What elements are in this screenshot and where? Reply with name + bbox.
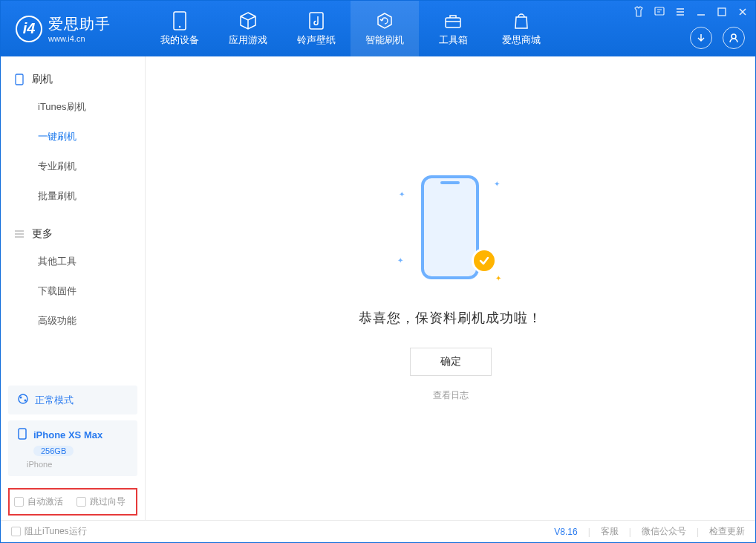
cube-icon [238,11,258,30]
nav-tab-label: 智能刷机 [365,33,404,47]
checkbox-label: 自动激活 [27,495,63,508]
section-title: 刷机 [32,73,53,86]
block-itunes-checkbox[interactable]: 阻止iTunes运行 [11,525,87,538]
phone-illustration [421,175,479,279]
sidebar: 刷机 iTunes刷机 一键刷机 专业刷机 批量刷机 更多 其他工具 下载固件 … [1,56,146,520]
sidebar-item-advanced[interactable]: 高级功能 [1,306,145,336]
music-icon [307,11,326,30]
svg-rect-11 [19,429,26,439]
device-cards: 正常模式 iPhone XS Max 256GB iPhone [1,378,145,484]
device-type: iPhone [27,460,128,469]
svg-point-1 [179,25,180,27]
section-title: 更多 [32,227,53,241]
svg-rect-5 [718,8,726,16]
maximize-button[interactable] [715,5,729,19]
checkbox-icon [14,497,24,507]
sparkle-icon: ✦ [399,190,405,198]
version-label: V8.16 [554,527,577,537]
view-log-link[interactable]: 查看日志 [433,389,469,402]
feedback-icon[interactable] [653,5,666,19]
svg-point-10 [25,400,27,402]
svg-rect-3 [446,18,460,27]
nav-tab-label: 应用游戏 [229,33,267,47]
nav-tab-store[interactable]: 爱思商城 [487,1,555,56]
user-button[interactable] [723,27,745,49]
nav-tab-ringtone[interactable]: 铃声壁纸 [282,1,351,56]
svg-point-6 [731,34,736,39]
app-window: i4 爱思助手 www.i4.cn 我的设备 应用游戏 铃声壁纸 智能刷机 [0,0,756,543]
sidebar-item-batch[interactable]: 批量刷机 [1,181,145,211]
nav-tab-device[interactable]: 我的设备 [146,1,214,56]
svg-point-8 [19,394,27,403]
svg-rect-7 [16,74,23,85]
wechat-link[interactable]: 微信公众号 [642,525,686,538]
main-panel: ✦ ✦ ✦ ✦ 恭喜您，保资料刷机成功啦！ 确定 查看日志 [146,56,755,520]
svg-point-9 [20,397,22,399]
shirt-icon[interactable] [632,5,645,19]
check-icon [472,248,497,273]
sidebar-section-more: 更多 [1,218,145,247]
sidebar-item-pro[interactable]: 专业刷机 [1,152,145,181]
sparkle-icon: ✦ [397,256,403,264]
storage-badge: 256GB [33,446,74,456]
ok-button[interactable]: 确定 [410,348,492,376]
device-card[interactable]: iPhone XS Max 256GB iPhone [8,420,137,476]
window-controls [632,5,749,19]
download-button[interactable] [690,27,712,49]
footer-right: V8.16 | 客服 | 微信公众号 | 检查更新 [554,525,745,538]
app-url: www.i4.cn [48,34,111,43]
checkbox-icon [11,527,21,536]
phone-icon [14,74,25,85]
sidebar-item-itunes[interactable]: iTunes刷机 [1,92,145,122]
app-name: 爱思助手 [48,14,111,34]
highlighted-options: 自动激活 跳过向导 [8,488,137,516]
phone-icon [17,428,27,442]
checkbox-label: 阻止iTunes运行 [25,525,87,538]
list-icon [14,229,25,239]
sidebar-item-onekey[interactable]: 一键刷机 [1,122,145,152]
success-illustration: ✦ ✦ ✦ ✦ [406,175,495,287]
statusbar: 阻止iTunes运行 V8.16 | 客服 | 微信公众号 | 检查更新 [1,520,755,542]
checkbox-icon [76,497,86,507]
minimize-button[interactable] [694,5,708,19]
support-link[interactable]: 客服 [601,525,619,538]
checkbox-label: 跳过向导 [90,495,126,508]
mode-card[interactable]: 正常模式 [8,386,137,414]
bag-icon [512,11,531,30]
mode-label: 正常模式 [35,394,74,407]
update-link[interactable]: 检查更新 [709,525,745,538]
sparkle-icon: ✦ [494,180,500,188]
close-button[interactable] [736,5,749,19]
logo[interactable]: i4 爱思助手 www.i4.cn [1,14,146,43]
device-icon [170,11,189,30]
nav-tab-label: 我的设备 [160,33,199,47]
success-message: 恭喜您，保资料刷机成功啦！ [359,309,542,327]
nav-tab-toolbox[interactable]: 工具箱 [419,1,487,56]
skip-wizard-checkbox[interactable]: 跳过向导 [76,495,126,508]
svg-rect-2 [310,13,323,29]
header-actions [690,27,745,49]
body: 刷机 iTunes刷机 一键刷机 专业刷机 批量刷机 更多 其他工具 下载固件 … [1,56,755,520]
titlebar: i4 爱思助手 www.i4.cn 我的设备 应用游戏 铃声壁纸 智能刷机 [1,1,755,56]
svg-rect-4 [655,7,664,15]
sparkle-icon: ✦ [495,274,501,282]
sidebar-item-firmware[interactable]: 下载固件 [1,276,145,306]
nav-tabs: 我的设备 应用游戏 铃声壁纸 智能刷机 工具箱 爱思商城 [146,1,555,56]
nav-tab-apps[interactable]: 应用游戏 [214,1,282,56]
mode-icon [17,393,29,407]
auto-activate-checkbox[interactable]: 自动激活 [14,495,63,508]
nav-tab-label: 工具箱 [439,33,468,47]
sidebar-item-othertools[interactable]: 其他工具 [1,247,145,276]
nav-tab-flash[interactable]: 智能刷机 [351,1,419,56]
sidebar-section-flash: 刷机 [1,64,145,92]
refresh-icon [375,11,394,30]
menu-icon[interactable] [674,5,687,19]
nav-tab-label: 爱思商城 [502,33,541,47]
nav-tab-label: 铃声壁纸 [297,33,336,47]
toolbox-icon [443,11,463,30]
logo-icon: i4 [16,16,42,42]
device-name: iPhone XS Max [33,429,102,440]
